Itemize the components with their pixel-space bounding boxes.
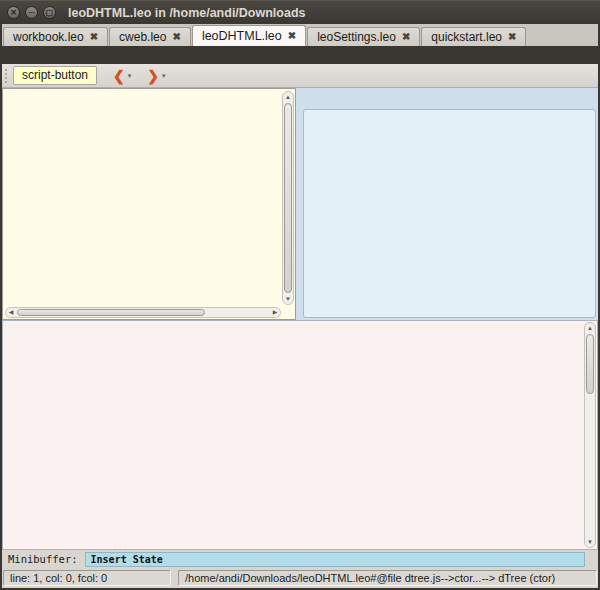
tab-workbook.leo[interactable]: workbook.leo✖: [3, 27, 108, 46]
tab-label: cweb.leo: [119, 30, 166, 44]
document-tabs: workbook.leo✖cweb.leo✖leoDHTML.leo✖leoSe…: [2, 24, 598, 46]
tab-close-icon[interactable]: ✖: [402, 32, 410, 42]
window-title: leoDHTML.leo in /home/andi/Downloads: [68, 6, 306, 20]
title-bar: ✕─▢ leoDHTML.leo in /home/andi/Downloads: [0, 0, 600, 24]
outline-vertical-scrollbar[interactable]: ▲ ▼: [282, 91, 294, 305]
outline-hscroll-thumb[interactable]: [17, 309, 205, 316]
tab-close-icon[interactable]: ✖: [172, 32, 180, 42]
scroll-down-icon[interactable]: ▼: [585, 537, 595, 547]
close-button[interactable]: ✕: [7, 6, 20, 19]
unl-path-status: /home/andi/Downloads/leoDHTML.leo#@file …: [178, 570, 597, 586]
nav-forward-icon[interactable]: ❯: [147, 69, 159, 83]
main-split: ▲ ▼ ◀ ▶: [2, 88, 598, 320]
tab-close-icon[interactable]: ✖: [90, 32, 98, 42]
outline-horizontal-scrollbar[interactable]: ◀ ▶: [5, 307, 281, 318]
outline-tree: [5, 92, 293, 306]
minimize-button[interactable]: ─: [25, 6, 38, 19]
nav-back-icon[interactable]: ❮: [113, 69, 125, 83]
toolbar: script-button ❮ ▾ ❯ ▾: [2, 64, 598, 88]
scroll-up-icon[interactable]: ▲: [283, 92, 293, 102]
outline-vscroll-thumb[interactable]: [284, 103, 292, 293]
tab-label: workbook.leo: [13, 30, 84, 44]
tab-label: quickstart.leo: [431, 30, 502, 44]
minibuffer-state: Insert State: [91, 554, 163, 565]
tab-label: leoDHTML.leo: [202, 29, 282, 43]
outline-pane[interactable]: ▲ ▼ ◀ ▶: [2, 88, 296, 320]
scroll-down-icon[interactable]: ▼: [283, 294, 293, 304]
nav-forward-dropdown-icon[interactable]: ▾: [162, 72, 166, 80]
scroll-right-icon[interactable]: ▶: [270, 308, 280, 317]
log-text-area[interactable]: [303, 109, 596, 318]
tab-close-icon[interactable]: ✖: [508, 32, 516, 42]
minibuffer-row: Minibuffer: Insert State: [2, 550, 598, 568]
minibuffer-label: Minibuffer:: [8, 553, 78, 565]
minibuffer-input[interactable]: Insert State: [85, 552, 585, 567]
tab-close-icon[interactable]: ✖: [288, 31, 296, 41]
log-tab-bar: [302, 88, 598, 109]
log-pane: [302, 88, 598, 320]
maximize-button[interactable]: ▢: [43, 6, 56, 19]
tab-label: leoSettings.leo: [317, 30, 396, 44]
tab-leoDHTML.leo[interactable]: leoDHTML.leo✖: [192, 25, 306, 46]
body-code: [3, 321, 597, 325]
nav-back-dropdown-icon[interactable]: ▾: [128, 72, 132, 80]
script-button[interactable]: script-button: [13, 66, 97, 85]
cursor-position-status: line: 1, col: 0, fcol: 0: [3, 570, 171, 586]
body-vertical-scrollbar[interactable]: ▲ ▼: [584, 322, 596, 548]
menu-bar: [2, 46, 598, 64]
scroll-left-icon[interactable]: ◀: [6, 308, 16, 317]
status-bar: line: 1, col: 0, fcol: 0 /home/andi/Down…: [2, 568, 598, 588]
body-editor[interactable]: ▲ ▼: [2, 320, 598, 550]
scroll-up-icon[interactable]: ▲: [585, 323, 595, 333]
window-controls: ✕─▢: [7, 6, 56, 19]
body-vscroll-thumb[interactable]: [586, 334, 594, 394]
tab-leoSettings.leo[interactable]: leoSettings.leo✖: [307, 27, 420, 46]
leo-main-window: ✕─▢ leoDHTML.leo in /home/andi/Downloads…: [0, 0, 600, 590]
tab-quickstart.leo[interactable]: quickstart.leo✖: [421, 27, 526, 46]
tab-cweb.leo[interactable]: cweb.leo✖: [109, 27, 191, 46]
toolbar-grip-handle[interactable]: [5, 69, 7, 83]
